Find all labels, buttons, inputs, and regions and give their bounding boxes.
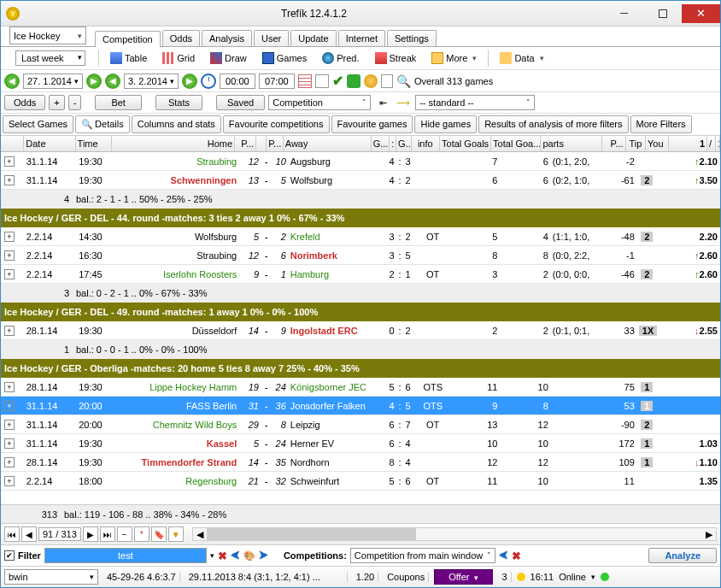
more-dropdown[interactable]: More: [425, 50, 483, 67]
match-row[interactable]: +2.2.1417:45Iserlohn Roosters9-1Hamburg2…: [1, 265, 720, 284]
minus-button[interactable]: -: [68, 95, 82, 110]
subtab-4[interactable]: Favourite games: [331, 115, 413, 133]
offer-button[interactable]: Offer: [434, 569, 493, 585]
streak-button[interactable]: Streak: [369, 50, 423, 67]
clock-icon[interactable]: [201, 74, 216, 89]
date-to[interactable]: 3. 2.2014▾: [124, 74, 179, 89]
match-row[interactable]: +2.2.1416:30Straubing12-6Norimberk3:588(…: [1, 246, 720, 265]
subtab-7[interactable]: More Filters: [630, 115, 692, 133]
search-icon[interactable]: 🔍: [396, 74, 411, 88]
maximize-button[interactable]: [643, 4, 682, 23]
table-button[interactable]: Table: [104, 50, 153, 67]
expand-icon[interactable]: +: [4, 476, 15, 486]
match-row[interactable]: +31.1.1419:30Straubing12-10Augsburg4:376…: [1, 152, 720, 171]
bet-button[interactable]: Bet: [95, 95, 142, 110]
pager-bookmark[interactable]: 🔖: [151, 526, 167, 542]
match-row[interactable]: +2.2.1418:00Regensburg21-32Schweinfurt5:…: [1, 472, 720, 491]
expand-icon[interactable]: +: [4, 156, 15, 167]
pager-last[interactable]: ⏭: [100, 526, 115, 542]
expand-icon[interactable]: +: [4, 232, 15, 242]
expand-icon[interactable]: +: [4, 175, 15, 185]
pager-next[interactable]: ▶: [83, 526, 98, 542]
main-tab-odds[interactable]: Odds: [162, 30, 200, 46]
date-to-prev[interactable]: ◀: [105, 74, 120, 89]
data-dropdown[interactable]: Data: [494, 50, 549, 67]
comp-clear-icon[interactable]: ✖: [512, 550, 521, 562]
pager-prev[interactable]: ◀: [21, 526, 37, 542]
match-row[interactable]: +31.1.1420:00Chemnitz Wild Boys29-8Leipz…: [1, 415, 720, 434]
subtab-6[interactable]: Results of analysis of more filters: [478, 115, 628, 133]
expand-icon[interactable]: +: [4, 457, 15, 467]
main-tab-user[interactable]: User: [254, 30, 289, 46]
filter-right-icon[interactable]: ⮞: [259, 550, 268, 561]
draw-button[interactable]: Draw: [204, 50, 253, 67]
filter-clear-icon[interactable]: ✖: [218, 550, 227, 562]
date-from[interactable]: 27. 1.2014▾: [23, 74, 83, 89]
export-icon[interactable]: ⇤: [374, 97, 391, 109]
main-tab-competition[interactable]: Competition: [95, 31, 161, 47]
main-tab-update[interactable]: Update: [290, 30, 336, 46]
date-from-next[interactable]: ▶: [86, 74, 102, 89]
time-to[interactable]: 07:00: [259, 74, 295, 89]
stats-button[interactable]: Stats: [155, 95, 202, 110]
period-dropdown[interactable]: Last week: [15, 50, 85, 66]
calendar-icon[interactable]: [315, 74, 329, 88]
expand-icon[interactable]: +: [4, 420, 15, 430]
filter-palette-icon[interactable]: 🎨: [243, 550, 255, 562]
expand-icon[interactable]: +: [4, 438, 15, 449]
competitions-combo[interactable]: Competition from main window˅: [350, 548, 495, 563]
close-button[interactable]: ✕: [682, 4, 720, 23]
bookmaker-combo[interactable]: bwin▾: [4, 569, 98, 585]
expand-icon[interactable]: +: [4, 326, 15, 336]
match-row[interactable]: +28.1.1419:30Lippe Hockey Hamm19-24König…: [1, 378, 720, 397]
subtab-1[interactable]: 🔍Details: [75, 115, 130, 133]
main-tab-internet[interactable]: Internet: [338, 30, 385, 46]
match-row[interactable]: +31.1.1420:00FASS Berlin31-36Jonsdorfer …: [1, 397, 720, 415]
date-from-prev[interactable]: ◀: [4, 74, 20, 89]
match-row[interactable]: +2.2.1414:30Wolfsburg5-2Krefeld3:2OT54(1…: [1, 227, 720, 246]
subtab-3[interactable]: Favourite competitions: [223, 115, 330, 133]
pred-button[interactable]: Pred.: [316, 50, 365, 67]
plus-button[interactable]: +: [49, 95, 64, 110]
pager-funnel[interactable]: ▼: [168, 526, 184, 542]
subtab-0[interactable]: Select Games: [3, 115, 73, 133]
pager-position[interactable]: 91 / 313: [38, 527, 81, 541]
pager-first[interactable]: ⏮: [4, 526, 20, 542]
group-combo[interactable]: Competition˅: [268, 95, 371, 110]
sport-dropdown[interactable]: Ice Hockey: [9, 26, 86, 44]
expand-icon[interactable]: +: [4, 401, 15, 411]
comp-left-icon[interactable]: ⮜: [499, 550, 508, 561]
subtab-5[interactable]: Hide games: [414, 115, 477, 133]
match-row[interactable]: +28.1.1419:30Timmendorfer Strand14-35Nor…: [1, 453, 720, 472]
date-to-next[interactable]: ▶: [182, 74, 197, 89]
subtab-2[interactable]: Columns and stats: [132, 115, 221, 133]
match-row[interactable]: +31.1.1419:30Kassel5-24Herner EV6:410101…: [1, 434, 720, 453]
pager-minus[interactable]: −: [117, 526, 132, 542]
grid-icon[interactable]: [298, 74, 312, 88]
refresh-icon[interactable]: [347, 74, 360, 88]
time-from[interactable]: 00:00: [220, 74, 255, 89]
expand-icon[interactable]: +: [4, 382, 15, 392]
match-row[interactable]: +28.1.1419:30Düsseldorf14-9Ingolstadt ER…: [1, 321, 720, 340]
filter-name-combo[interactable]: test: [44, 548, 207, 563]
filter-left-icon[interactable]: ⮜: [231, 550, 240, 561]
main-tab-analysis[interactable]: Analysis: [202, 30, 252, 46]
analyze-button[interactable]: Analyze: [648, 548, 717, 563]
view-combo[interactable]: -- standard --˅: [415, 95, 535, 110]
filter-checkbox[interactable]: ✔: [4, 550, 15, 561]
coins-icon[interactable]: [364, 74, 378, 88]
main-tab-settings[interactable]: Settings: [387, 30, 437, 46]
expand-icon[interactable]: +: [4, 269, 15, 279]
grid-button[interactable]: Grid: [156, 50, 201, 67]
pager-star[interactable]: *: [134, 526, 149, 542]
expand-icon[interactable]: +: [4, 250, 15, 261]
match-row[interactable]: +31.1.1419:30Schwenningen13-5Wolfsburg4:…: [1, 171, 720, 190]
horizontal-scrollbar[interactable]: ◀▶: [192, 527, 717, 541]
exit-icon[interactable]: ⟶: [395, 97, 412, 109]
grid-body[interactable]: +31.1.1419:30Straubing12-10Augsburg4:376…: [1, 152, 720, 491]
saved-button[interactable]: Saved: [216, 95, 265, 110]
doc-icon[interactable]: [381, 74, 393, 88]
games-button[interactable]: Games: [256, 50, 313, 67]
odds-button[interactable]: Odds: [4, 95, 45, 110]
coupons-button[interactable]: Coupons: [384, 572, 429, 582]
